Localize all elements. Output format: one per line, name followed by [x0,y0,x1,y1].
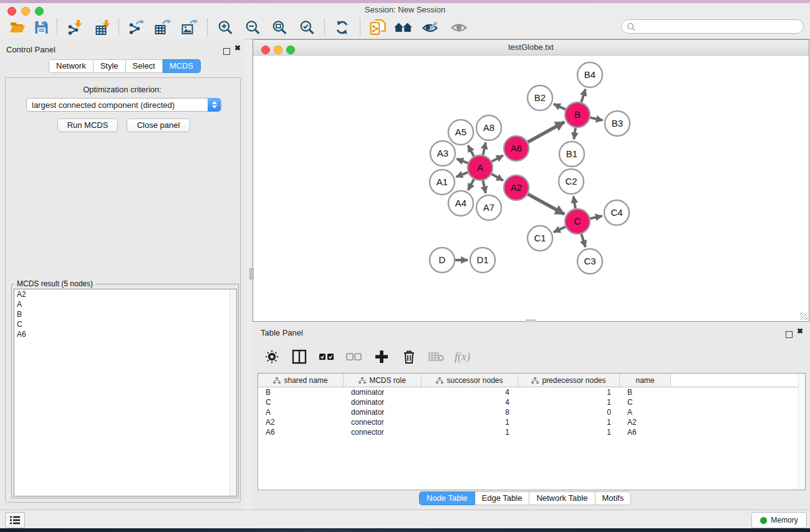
graph-node-C4[interactable]: C4 [604,200,629,225]
table-cell[interactable]: 1 [422,428,518,437]
graph-node-A3[interactable]: A3 [430,141,455,166]
show-columns-button[interactable] [290,349,309,365]
deselect-all-button[interactable] [345,349,364,365]
task-history-button[interactable] [5,512,25,528]
graph-node-C2[interactable]: C2 [559,169,584,194]
table-cell[interactable]: dominator [344,388,422,397]
tab-select[interactable]: Select [126,59,163,73]
table-cell[interactable]: connector [344,418,422,427]
save-session-button[interactable] [30,18,52,37]
graph-node-A6[interactable]: A6 [504,136,529,161]
export-network-button[interactable] [125,18,148,37]
table-row[interactable]: Adominator80A [258,407,805,417]
graph-edge-C-C4[interactable] [591,216,602,218]
export-image-button[interactable] [178,18,201,37]
graph-edge-B-B1[interactable] [574,128,576,139]
table-cell[interactable]: 1 [518,388,620,397]
tab-style[interactable]: Style [94,59,126,73]
graph-edge-B-B4[interactable] [581,89,586,102]
graph-node-B1[interactable]: B1 [559,142,584,167]
column-header[interactable]: shared name [258,374,344,387]
graph-node-B4[interactable]: B4 [577,62,602,87]
graph-edge-C-C3[interactable] [581,234,586,247]
table-row[interactable]: Bdominator41B [258,387,805,397]
tab-edge-table[interactable]: Edge Table [475,491,530,505]
delete-column-button[interactable] [400,349,418,365]
tab-mcds[interactable]: MCDS [163,59,201,73]
graph-node-A2[interactable]: A2 [504,175,529,200]
table-cell[interactable]: C [620,398,671,407]
search-field[interactable] [621,19,804,34]
graph-node-D1[interactable]: D1 [470,248,495,273]
control-panel-float-button[interactable] [223,46,230,57]
zoom-selected-button[interactable] [296,18,318,37]
graph-edge-C-C2[interactable] [574,196,576,209]
column-header[interactable]: MCDS role [344,374,422,387]
close-panel-button[interactable]: Close panel [127,118,190,132]
show-eye-button[interactable] [448,18,470,37]
table-cell[interactable]: A6 [620,428,671,437]
graph-edge-A-A5[interactable] [468,145,475,157]
table-panel-float-button[interactable] [786,329,793,341]
table-cell[interactable]: connector [344,428,422,437]
graph-edge-A-A3[interactable] [456,159,468,163]
delete-table-button[interactable] [427,349,446,365]
graph-edge-A-A7[interactable] [483,181,486,193]
graph-edge-A-A2[interactable] [491,174,503,180]
splitter-grip-bottom[interactable] [526,319,536,322]
graph-node-D[interactable]: D [430,248,455,273]
table-cell[interactable]: 4 [422,398,518,407]
table-cell[interactable]: dominator [344,408,422,417]
table-cell[interactable]: 0 [518,408,620,417]
graph-edge-A-A1[interactable] [456,172,468,177]
tab-node-table[interactable]: Node Table [419,491,475,505]
table-cell[interactable]: A6 [258,428,344,437]
open-session-button[interactable] [6,18,29,37]
table-cell[interactable]: 1 [518,398,620,407]
network-graph[interactable]: B4B2BB3A8A5A6A3B1AA1C2A2A4A7C4CC1C3DD1 [253,55,809,321]
mcds-result-item[interactable]: A6 [14,329,236,339]
search-input[interactable] [635,22,794,32]
zoom-in-button[interactable] [214,18,236,37]
refresh-layout-button[interactable] [330,18,353,37]
graph-edge-A6-B[interactable] [528,122,564,142]
function-builder-button[interactable]: f(x) [455,351,470,364]
add-column-button[interactable] [372,349,391,365]
graph-node-A8[interactable]: A8 [476,115,501,140]
network-from-selection-button[interactable] [367,18,389,37]
graph-node-A1[interactable]: A1 [430,170,455,195]
graph-node-B2[interactable]: B2 [528,85,552,110]
table-cell[interactable]: A [620,408,671,417]
mcds-result-item[interactable]: A [14,299,236,309]
graph-edge-B-B2[interactable] [554,104,566,110]
criterion-select[interactable]: largest connected component (directed) [26,98,221,112]
tab-network[interactable]: Network [49,59,94,73]
zoom-fit-button[interactable] [268,18,291,37]
table-cell[interactable]: A2 [258,418,344,427]
graph-node-A4[interactable]: A4 [448,191,473,216]
table-cell[interactable]: 1 [518,418,620,427]
table-cell[interactable]: B [620,388,671,397]
table-cell[interactable]: C [258,398,344,407]
table-cell[interactable]: A2 [620,418,671,427]
export-table-button[interactable] [152,18,174,37]
mcds-result-item[interactable]: B [14,309,236,319]
graph-edge-A2-C[interactable] [528,194,564,214]
graph-node-B3[interactable]: B3 [605,111,630,136]
mcds-result-list[interactable]: A2ABCA6 [14,289,237,496]
toggle-visibility-button[interactable] [419,18,441,37]
table-row[interactable]: A6connector11A6 [258,427,805,437]
home-button[interactable] [392,18,415,37]
column-header[interactable]: name [620,374,671,387]
mcds-result-item[interactable]: C [14,319,236,329]
select-all-button[interactable] [317,349,336,365]
resize-grip-icon[interactable] [800,312,808,320]
tab-network-table[interactable]: Network Table [529,491,595,505]
graph-node-B[interactable]: B [565,102,590,127]
table-cell[interactable]: 8 [422,408,518,417]
mcds-result-scrollbar[interactable] [229,289,236,496]
graph-node-A7[interactable]: A7 [476,195,501,220]
run-mcds-button[interactable]: Run MCDS [57,118,118,132]
table-cell[interactable]: 1 [422,418,518,427]
table-cell[interactable]: B [258,388,344,397]
